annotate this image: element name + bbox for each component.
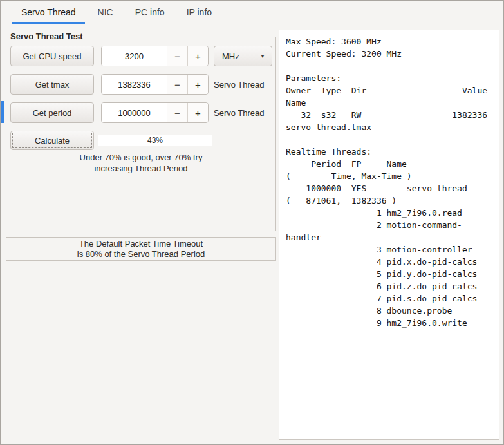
period-decrement-button[interactable]: − bbox=[167, 103, 187, 122]
cpu-speed-decrement-button[interactable]: − bbox=[167, 46, 187, 66]
tmax-decrement-button[interactable]: − bbox=[167, 75, 187, 94]
left-accent-bar bbox=[1, 101, 4, 123]
speed-unit-value: MHz bbox=[222, 52, 239, 61]
note-line-1: The Default Packet Time Timeout bbox=[6, 239, 275, 249]
frame-title: Servo Thread Test bbox=[8, 32, 85, 41]
speed-unit-combobox[interactable]: MHz ▼ bbox=[214, 46, 272, 66]
servo-thread-test-frame: Servo Thread Test Get CPU speed 3200 − +… bbox=[6, 37, 276, 231]
period-spinbox: 1000000 − + bbox=[101, 102, 209, 123]
load-hint-text: Under 70% is good, over 70% try increasi… bbox=[6, 152, 275, 174]
period-increment-button[interactable]: + bbox=[187, 103, 208, 122]
get-period-button[interactable]: Get period bbox=[10, 102, 94, 123]
cpu-speed-value[interactable]: 3200 bbox=[102, 46, 167, 66]
tab-pc-info[interactable]: PC info bbox=[126, 1, 174, 24]
tmax-increment-button[interactable]: + bbox=[187, 75, 208, 94]
tab-nic-label: NIC bbox=[98, 7, 113, 17]
period-value[interactable]: 1000000 bbox=[102, 103, 167, 122]
get-cpu-speed-button[interactable]: Get CPU speed bbox=[10, 46, 94, 66]
tmax-thread-label: Servo Thread bbox=[214, 74, 265, 95]
tmax-value[interactable]: 1382336 bbox=[102, 75, 167, 94]
tab-ip-info[interactable]: IP info bbox=[178, 1, 221, 24]
calculate-button[interactable]: Calculate bbox=[10, 131, 94, 150]
chevron-down-icon: ▼ bbox=[260, 53, 265, 59]
get-tmax-button[interactable]: Get tmax bbox=[10, 74, 94, 95]
app-window: Servo Thread NIC PC info IP info Servo T… bbox=[0, 0, 504, 445]
hint-line-1: Under 70% is good, over 70% try bbox=[6, 152, 275, 163]
tab-ip-info-label: IP info bbox=[187, 7, 212, 17]
tab-bar: Servo Thread NIC PC info IP info bbox=[1, 1, 503, 24]
tab-servo-thread-label: Servo Thread bbox=[21, 7, 76, 17]
output-textview[interactable]: Max Speed: 3600 MHz Current Speed: 3200 … bbox=[279, 30, 499, 440]
hint-line-2: increasing Thread Period bbox=[6, 163, 275, 174]
period-thread-label: Servo Thread bbox=[214, 102, 265, 123]
tmax-spinbox: 1382336 − + bbox=[101, 74, 209, 95]
packet-timeout-note: The Default Packet Time Timeout is 80% o… bbox=[6, 237, 276, 261]
load-progressbar: 43% bbox=[98, 135, 212, 146]
load-progress-text: 43% bbox=[147, 136, 163, 145]
tab-servo-thread[interactable]: Servo Thread bbox=[12, 1, 85, 24]
note-line-2: is 80% of the Servo Thread Period bbox=[6, 249, 275, 260]
cpu-speed-increment-button[interactable]: + bbox=[187, 46, 208, 66]
tab-nic[interactable]: NIC bbox=[89, 1, 122, 24]
cpu-speed-spinbox: 3200 − + bbox=[101, 46, 209, 66]
tab-pc-info-label: PC info bbox=[135, 7, 165, 17]
